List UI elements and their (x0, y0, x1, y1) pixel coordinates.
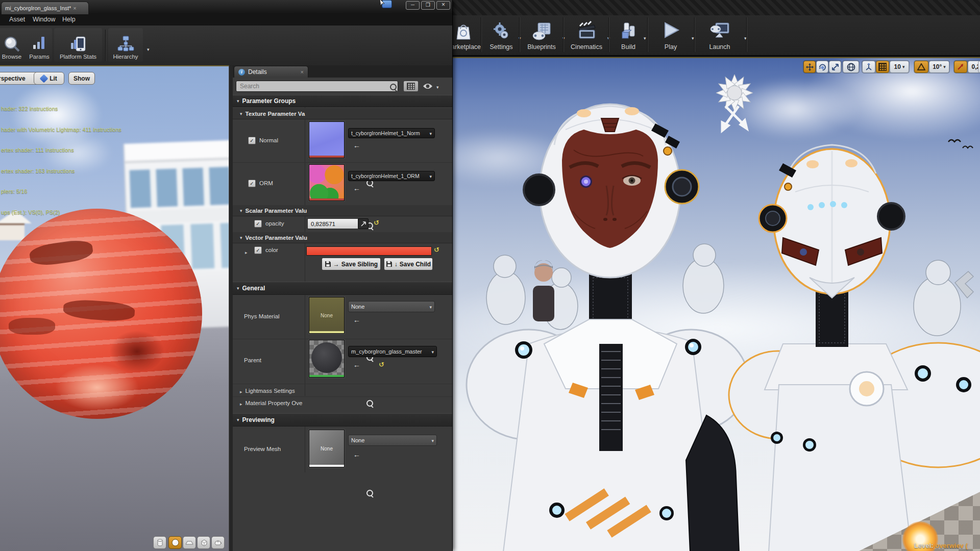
lit-mode-button[interactable]: Lit (34, 72, 64, 85)
level-name[interactable]: overwiev ( (935, 542, 968, 549)
preview-mesh-dropdown[interactable]: None (348, 435, 437, 446)
save-sibling-button[interactable]: → Save Sibling (322, 258, 381, 270)
view-options-button[interactable] (423, 82, 439, 91)
restore-button[interactable]: ❒ (421, 1, 435, 10)
level-viewport[interactable]: 10 10° (452, 57, 980, 551)
play-dropdown[interactable] (690, 33, 694, 42)
screen: Marketplace Settings (0, 0, 980, 551)
row-lightmass-settings[interactable]: Lightmass Settings (233, 385, 452, 397)
rotate-icon (819, 63, 826, 71)
menu-asset[interactable]: Asset (9, 16, 25, 23)
launch-button[interactable]: Launch (696, 16, 743, 53)
tab-close-icon[interactable]: × (73, 5, 76, 11)
preview-shape-sphere-button[interactable] (168, 536, 182, 549)
section-vector-parameter-values[interactable]: Vector Parameter Valu (233, 232, 452, 243)
platform-stats-button[interactable]: Platform Stats (54, 28, 102, 62)
surface-snap-button[interactable] (862, 61, 875, 73)
minimize-button[interactable]: ─ (406, 1, 420, 10)
menu-help[interactable]: Help (62, 16, 76, 23)
section-parameter-groups[interactable]: Parameter Groups (233, 95, 452, 107)
orm-texture-dropdown[interactable]: t_cyborgIronHelmet_1_ORM (348, 171, 435, 181)
menu-window[interactable]: Window (33, 16, 55, 23)
opacity-reset-icon[interactable] (374, 219, 379, 226)
preview-mesh-browse-icon[interactable] (366, 490, 373, 496)
opacity-slider-button[interactable] (358, 218, 369, 229)
shader-stats: hader: 322 instructions hader with Volum… (1, 92, 121, 230)
camera-speed-button[interactable] (978, 61, 980, 73)
hierarchy-button[interactable]: Hierarchy (108, 28, 143, 62)
preview-mesh-label: Preview Mesh (244, 446, 281, 452)
section-previewing[interactable]: Previewing (233, 413, 452, 427)
preview-mesh-use-selected-icon[interactable]: ← (353, 451, 360, 458)
opacity-checkbox[interactable] (254, 220, 262, 228)
param-row-opacity: opacity 0,828571 (233, 216, 452, 232)
browse-button[interactable]: Browse (0, 28, 31, 62)
cylinder-icon (157, 539, 163, 546)
opacity-value-field[interactable]: 0,828571 (307, 218, 358, 229)
dirty-marker: * (69, 6, 71, 11)
display-filter-button[interactable] (403, 81, 419, 92)
parent-use-selected-icon[interactable]: ← (353, 361, 360, 368)
normal-texture-thumbnail[interactable] (309, 121, 345, 158)
move-tool-button[interactable] (803, 61, 816, 73)
preview-shape-teapot-button[interactable] (211, 536, 225, 549)
scale-snap-toggle[interactable] (954, 61, 967, 73)
document-tab[interactable]: mi_cyborgIron_glass_Inst * × (1, 2, 89, 14)
world-space-button[interactable] (843, 61, 859, 73)
row-phys-material: Phys Material None None ← (233, 295, 452, 339)
grid-snap-toggle[interactable] (876, 61, 889, 73)
preview-mesh-thumbnail[interactable]: None (309, 430, 345, 467)
scale-tool-button[interactable] (829, 61, 841, 73)
search-input[interactable] (236, 81, 398, 92)
color-checkbox[interactable] (254, 246, 262, 254)
details-tab[interactable]: i Details × (234, 66, 308, 78)
phys-material-use-selected-icon[interactable]: ← (353, 316, 360, 323)
params-button[interactable]: Params (27, 28, 52, 62)
rotate-tool-button[interactable] (816, 61, 828, 73)
build-dropdown[interactable] (642, 33, 646, 42)
section-scalar-parameter-values[interactable]: Scalar Parameter Valu (233, 205, 452, 216)
rotation-snap-toggle[interactable] (914, 61, 928, 73)
play-button[interactable]: Play (649, 16, 692, 53)
orm-texture-thumbnail[interactable] (309, 164, 345, 201)
parent-material-thumbnail[interactable] (309, 340, 345, 378)
left-robot (467, 104, 748, 551)
hierarchy-dropdown[interactable] (145, 44, 150, 53)
cube-icon (200, 539, 208, 546)
section-general[interactable]: General (233, 282, 452, 295)
show-menu-button[interactable]: Show (68, 72, 95, 85)
main-tab-well (452, 0, 980, 16)
save-icon (386, 261, 393, 267)
orm-checkbox[interactable] (248, 180, 256, 187)
normal-texture-dropdown[interactable]: t_cyborgIronHelmet_1_Norm (348, 128, 435, 138)
phys-material-thumbnail[interactable]: None (309, 297, 345, 334)
coordinate-system-group (842, 60, 860, 73)
details-tab-close-icon[interactable]: × (301, 69, 304, 75)
parent-material-dropdown[interactable]: m_cyborgIron_glass_master (348, 346, 437, 357)
blueprints-button[interactable]: Blueprints (521, 16, 562, 53)
close-button[interactable]: × (436, 1, 450, 10)
preview-shape-plane-button[interactable] (183, 536, 196, 549)
preview-shape-cylinder-button[interactable] (153, 536, 166, 549)
save-child-button[interactable]: ↓ Save Child (384, 258, 433, 270)
phys-material-dropdown[interactable]: None (348, 301, 435, 312)
parent-reset-icon[interactable] (379, 361, 384, 368)
color-expander[interactable] (245, 247, 251, 256)
normal-checkbox[interactable] (248, 137, 256, 144)
row-material-property-overrides[interactable]: Material Property Ove (233, 397, 452, 409)
row-parent: Parent m_cyborgIron_glass_master ← (233, 339, 452, 384)
normal-use-selected-icon[interactable]: ← (353, 142, 360, 149)
section-texture-parameter-values[interactable]: Texture Parameter Va (233, 108, 452, 119)
settings-button[interactable]: Settings (482, 16, 521, 53)
preview-shape-cube-button[interactable] (197, 536, 210, 549)
title-bar[interactable]: mi_cyborgIron_glass_Inst * × ─ ❒ × (0, 0, 452, 14)
rotation-snap-value[interactable]: 10° (929, 61, 949, 73)
orm-use-selected-icon[interactable]: ← (353, 185, 360, 192)
color-swatch[interactable] (306, 246, 432, 256)
material-preview-viewport[interactable]: Perspective Lit Show hader: 322 instruct… (0, 65, 229, 551)
grid-snap-value[interactable]: 10 (890, 61, 909, 73)
cinematics-button[interactable]: Cinematics (565, 16, 608, 53)
column-divider (305, 427, 305, 472)
color-reset-icon[interactable] (434, 246, 439, 253)
material-preview-sphere[interactable] (0, 209, 202, 419)
